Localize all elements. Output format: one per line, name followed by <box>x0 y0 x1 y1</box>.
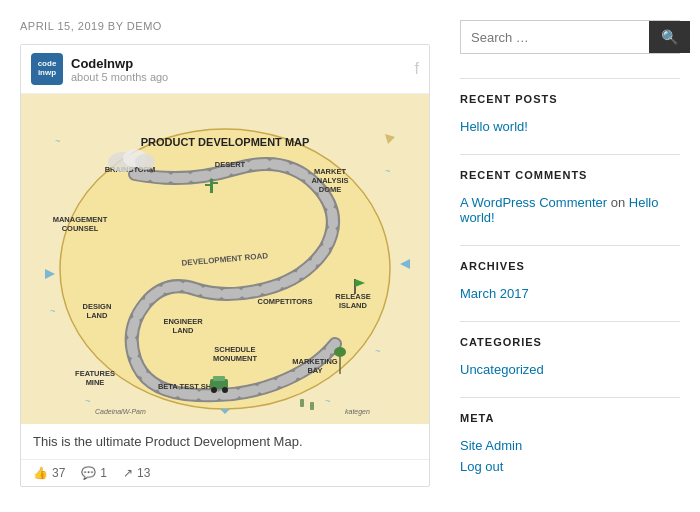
recent-posts-title: RECENT POSTS <box>460 93 680 109</box>
svg-text:kategen: kategen <box>345 408 370 416</box>
svg-rect-43 <box>213 376 225 381</box>
svg-text:COUNSEL: COUNSEL <box>62 224 99 233</box>
svg-marker-8 <box>45 269 55 279</box>
category-link-1[interactable]: Uncategorized <box>460 362 680 377</box>
comment-icon: 💬 <box>81 466 96 480</box>
svg-text:RELEASE: RELEASE <box>335 292 370 301</box>
recent-post-link-1[interactable]: Hello world! <box>460 119 680 134</box>
search-input[interactable] <box>461 21 649 53</box>
svg-text:LAND: LAND <box>173 326 194 335</box>
svg-rect-50 <box>310 402 314 410</box>
svg-text:BAY: BAY <box>307 366 322 375</box>
archives-title: ARCHIVES <box>460 260 680 276</box>
svg-text:MANAGEMENT: MANAGEMENT <box>53 215 108 224</box>
svg-text:~: ~ <box>375 346 380 356</box>
post-image: ~ ~ ~ ~ ~ ~ <box>21 94 429 424</box>
svg-rect-40 <box>205 184 210 186</box>
comments-count: 1 <box>100 466 107 480</box>
facebook-icon: f <box>415 60 419 78</box>
section-divider <box>460 154 680 155</box>
meta-title: META <box>460 412 680 428</box>
svg-text:ENGINEER: ENGINEER <box>163 317 203 326</box>
svg-text:ANALYSIS: ANALYSIS <box>311 176 348 185</box>
map-illustration: ~ ~ ~ ~ ~ ~ <box>21 94 429 424</box>
svg-text:SCHEDULE: SCHEDULE <box>214 345 255 354</box>
svg-point-45 <box>222 387 228 393</box>
comments-stat: 💬 1 <box>81 466 107 480</box>
archives-section: ARCHIVES March 2017 <box>460 245 680 301</box>
svg-text:~: ~ <box>85 396 90 406</box>
svg-text:FEATURES: FEATURES <box>75 369 115 378</box>
shares-stat: ↗ 13 <box>123 466 150 480</box>
recent-comments-title: RECENT COMMENTS <box>460 169 680 185</box>
logout-link[interactable]: Log out <box>460 459 680 474</box>
svg-text:DESIGN: DESIGN <box>83 302 112 311</box>
card-author-info: CodeInwp about 5 months ago <box>71 56 415 83</box>
svg-rect-39 <box>210 179 213 193</box>
post-caption: This is the ultimate Product Development… <box>21 424 429 459</box>
post-stats: 👍 37 💬 1 ↗ 13 <box>21 459 429 486</box>
svg-rect-41 <box>213 182 218 184</box>
recent-comments-section: RECENT COMMENTS A WordPress Commenter on… <box>460 154 680 225</box>
svg-text:DOME: DOME <box>319 185 342 194</box>
svg-text:ISLAND: ISLAND <box>339 301 368 310</box>
map-svg: ~ ~ ~ ~ ~ ~ <box>21 94 429 424</box>
section-divider <box>460 321 680 322</box>
svg-text:DESERT: DESERT <box>215 160 246 169</box>
section-divider <box>460 245 680 246</box>
post-card: codeinwp CodeInwp about 5 months ago f ~ <box>20 44 430 487</box>
svg-text:MARKETING: MARKETING <box>292 357 338 366</box>
likes-count: 37 <box>52 466 65 480</box>
svg-text:~: ~ <box>55 136 60 146</box>
svg-text:COMPETITORS: COMPETITORS <box>258 297 313 306</box>
card-author-name: CodeInwp <box>71 56 415 71</box>
thumbs-up-icon: 👍 <box>33 466 48 480</box>
svg-marker-9 <box>220 409 230 414</box>
post-card-header: codeinwp CodeInwp about 5 months ago f <box>21 45 429 94</box>
svg-text:LAND: LAND <box>87 311 108 320</box>
site-admin-link[interactable]: Site Admin <box>460 438 680 453</box>
post-meta: APRIL 15, 2019 BY DEMO <box>20 20 430 32</box>
comment-item: A WordPress Commenter on Hello world! <box>460 195 680 225</box>
post-date: APRIL 15, 2019 <box>20 20 104 32</box>
search-button[interactable]: 🔍 <box>649 21 690 53</box>
section-divider <box>460 78 680 79</box>
svg-point-52 <box>334 347 346 357</box>
svg-rect-49 <box>300 399 304 407</box>
archive-link-1[interactable]: March 2017 <box>460 286 680 301</box>
likes-stat: 👍 37 <box>33 466 65 480</box>
svg-point-44 <box>211 387 217 393</box>
svg-text:~: ~ <box>50 306 55 316</box>
share-icon: ↗ <box>123 466 133 480</box>
sidebar: 🔍 RECENT POSTS Hello world! RECENT COMME… <box>460 20 680 499</box>
caption-text: This is the ultimate Product Development… <box>33 434 303 449</box>
post-author: DEMO <box>127 20 162 32</box>
svg-text:PRODUCT DEVELOPMENT MAP: PRODUCT DEVELOPMENT MAP <box>141 136 310 148</box>
commenter-link[interactable]: A WordPress Commenter <box>460 195 607 210</box>
card-time: about 5 months ago <box>71 71 415 83</box>
categories-section: CATEGORIES Uncategorized <box>460 321 680 377</box>
svg-marker-7 <box>400 259 410 269</box>
avatar-logo: codeinwp <box>38 60 57 78</box>
recent-posts-section: RECENT POSTS Hello world! <box>460 78 680 134</box>
svg-text:MINE: MINE <box>86 378 105 387</box>
svg-text:~: ~ <box>385 166 390 176</box>
main-content: APRIL 15, 2019 BY DEMO codeinwp CodeInwp… <box>20 20 430 499</box>
svg-text:CadeinalW-Pam: CadeinalW-Pam <box>95 408 146 415</box>
svg-text:~: ~ <box>325 396 330 406</box>
post-by: BY <box>108 20 127 32</box>
section-divider <box>460 397 680 398</box>
svg-marker-48 <box>385 134 395 144</box>
meta-section: META Site Admin Log out <box>460 397 680 474</box>
search-box: 🔍 <box>460 20 680 54</box>
svg-point-38 <box>135 154 155 170</box>
comment-on: on <box>611 195 629 210</box>
svg-text:MARKET: MARKET <box>314 167 346 176</box>
shares-count: 13 <box>137 466 150 480</box>
categories-title: CATEGORIES <box>460 336 680 352</box>
svg-text:MONUMENT: MONUMENT <box>213 354 258 363</box>
avatar: codeinwp <box>31 53 63 85</box>
